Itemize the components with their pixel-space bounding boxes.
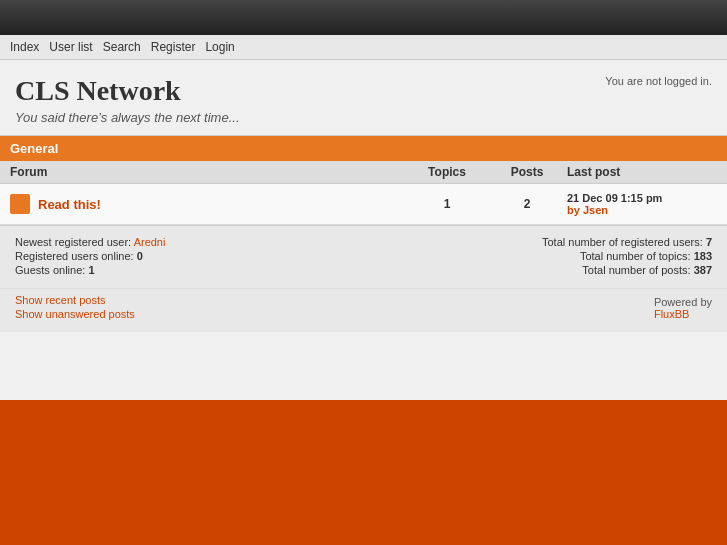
total-topics-value: 183	[694, 250, 712, 262]
total-posts-value: 387	[694, 264, 712, 276]
nav-login[interactable]: Login	[205, 40, 234, 54]
total-users-stat: Total number of registered users: 7	[542, 236, 712, 248]
lastpost-by: by Jsen	[567, 204, 717, 216]
login-status: You are not logged in.	[605, 75, 712, 87]
newest-user-label: Newest registered user:	[15, 236, 131, 248]
total-posts-label: Total number of posts:	[582, 264, 690, 276]
nav-index[interactable]: Index	[10, 40, 39, 54]
lastpost-user-link[interactable]: by Jsen	[567, 204, 608, 216]
tagline: You said there’s always the next time...	[15, 110, 712, 125]
guests-stat: Guests online: 1	[15, 264, 165, 276]
nav-register[interactable]: Register	[151, 40, 196, 54]
guests-label: Guests online:	[15, 264, 85, 276]
col-header-forum: Forum	[10, 165, 407, 179]
registered-online-label: Registered users online:	[15, 250, 134, 262]
forum-title-link[interactable]: Read this!	[38, 197, 101, 212]
total-users-value: 7	[706, 236, 712, 248]
nav-bar: Index User list Search Register Login	[0, 35, 727, 60]
forum-lastpost: 21 Dec 09 1:15 pm by Jsen	[567, 192, 717, 216]
col-header-lastpost: Last post	[567, 165, 717, 179]
links-left: Show recent posts Show unanswered posts	[15, 294, 135, 322]
table-row: Read this! 1 2 21 Dec 09 1:15 pm by Jsen	[0, 184, 727, 225]
total-topics-label: Total number of topics:	[580, 250, 691, 262]
powered-by-label: Powered by	[654, 296, 712, 308]
forum-topics: 1	[407, 197, 487, 211]
total-topics-stat: Total number of topics: 183	[542, 250, 712, 262]
col-header-topics: Topics	[407, 165, 487, 179]
forum-table: General Forum Topics Posts Last post Rea…	[0, 136, 727, 225]
section-header: General	[0, 136, 727, 161]
stats-right: Total number of registered users: 7 Tota…	[542, 236, 712, 278]
header: You are not logged in. CLS Network You s…	[0, 60, 727, 136]
newest-user-link[interactable]: Aredni	[134, 236, 166, 248]
registered-online-value: 0	[137, 250, 143, 262]
links-section: Show recent posts Show unanswered posts …	[0, 288, 727, 332]
powered-by: Powered by FluxBB	[654, 296, 712, 322]
nav-search[interactable]: Search	[103, 40, 141, 54]
lastpost-time: 21 Dec 09 1:15 pm	[567, 192, 717, 204]
guests-value: 1	[88, 264, 94, 276]
forum-posts: 2	[487, 197, 567, 211]
total-posts-stat: Total number of posts: 387	[542, 264, 712, 276]
registered-online-stat: Registered users online: 0	[15, 250, 165, 262]
nav-userlist[interactable]: User list	[49, 40, 92, 54]
total-users-label: Total number of registered users:	[542, 236, 703, 248]
show-unanswered-posts-link[interactable]: Show unanswered posts	[15, 308, 135, 320]
show-recent-posts-link[interactable]: Show recent posts	[15, 294, 135, 306]
stats-section: Newest registered user: Aredni Registere…	[0, 225, 727, 288]
newest-user-stat: Newest registered user: Aredni	[15, 236, 165, 248]
fluxbb-link[interactable]: FluxBB	[654, 308, 712, 320]
top-bar	[0, 0, 727, 35]
col-header-posts: Posts	[487, 165, 567, 179]
column-headers: Forum Topics Posts Last post	[0, 161, 727, 184]
forum-cell: Read this!	[10, 194, 407, 214]
forum-icon	[10, 194, 30, 214]
stats-left: Newest registered user: Aredni Registere…	[15, 236, 165, 278]
main-container: You are not logged in. CLS Network You s…	[0, 60, 727, 400]
